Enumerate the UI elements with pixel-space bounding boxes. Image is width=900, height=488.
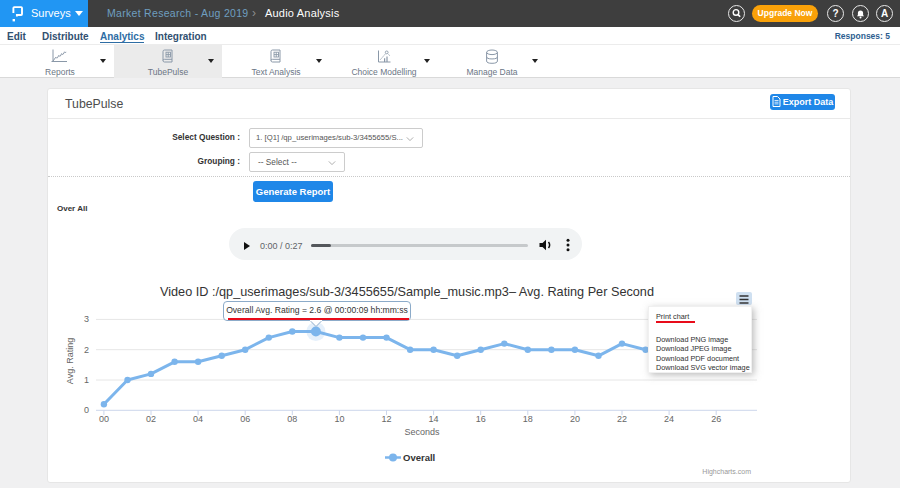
svg-text:26: 26 xyxy=(711,414,721,424)
svg-text:18: 18 xyxy=(523,414,533,424)
svg-text:3: 3 xyxy=(84,314,89,324)
svg-text:02: 02 xyxy=(146,414,156,424)
svg-text:20: 20 xyxy=(570,414,580,424)
svg-text:08: 08 xyxy=(287,414,297,424)
svg-text:24: 24 xyxy=(664,414,674,424)
svg-text:12: 12 xyxy=(381,414,391,424)
svg-text:2: 2 xyxy=(84,345,89,355)
svg-text:Overall: Overall xyxy=(403,452,435,463)
svg-text:00: 00 xyxy=(99,414,109,424)
svg-text:06: 06 xyxy=(240,414,250,424)
svg-text:14: 14 xyxy=(429,414,439,424)
svg-text:Avg. Rating: Avg. Rating xyxy=(65,338,75,384)
svg-text:0: 0 xyxy=(84,405,89,415)
svg-text:22: 22 xyxy=(617,414,627,424)
svg-text:10: 10 xyxy=(334,414,344,424)
svg-text:16: 16 xyxy=(476,414,486,424)
svg-text:Seconds: Seconds xyxy=(404,427,440,437)
svg-text:Highcharts.com: Highcharts.com xyxy=(702,468,751,476)
svg-text:1: 1 xyxy=(84,375,89,385)
svg-text:04: 04 xyxy=(193,414,203,424)
